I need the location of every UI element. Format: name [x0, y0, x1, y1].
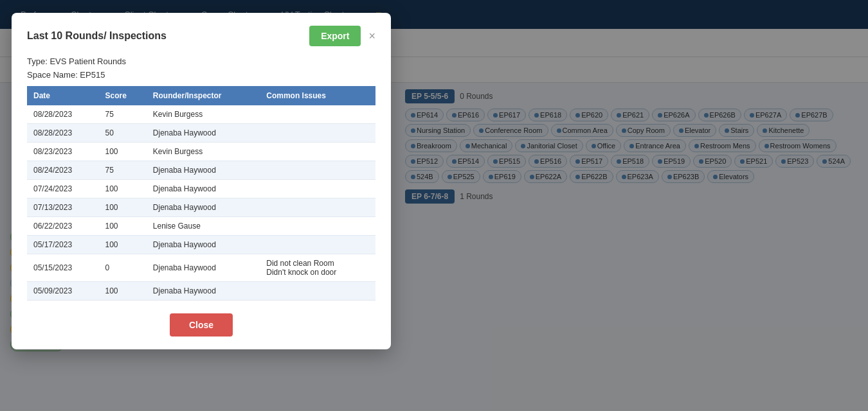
cell-issues [260, 180, 375, 198]
type-label: Type: EVS Patient Rounds [27, 57, 375, 66]
modal-footer: Close [27, 313, 375, 337]
cell-date: 06/22/2023 [27, 217, 99, 236]
cell-date: 08/24/2023 [27, 161, 99, 180]
cell-date: 08/23/2023 [27, 143, 99, 161]
rounds-table: Date Score Rounder/Inspector Common Issu… [27, 86, 375, 301]
cell-issues [260, 143, 375, 161]
cell-date: 08/28/2023 [27, 105, 99, 124]
cell-date: 05/17/2023 [27, 236, 99, 254]
rounds-inspection-modal: Last 10 Rounds/ Inspections Export × Typ… [12, 13, 391, 349]
cell-issues: Did not clean RoomDidn't knock on door [260, 254, 375, 282]
cell-issues [260, 236, 375, 254]
close-x-button[interactable]: × [368, 30, 375, 42]
col-inspector: Rounder/Inspector [147, 86, 260, 105]
cell-score: 75 [99, 161, 147, 180]
cell-inspector: Djenaba Haywood [147, 198, 260, 217]
cell-score: 100 [99, 282, 147, 301]
cell-score: 0 [99, 254, 147, 282]
modal-header: Last 10 Rounds/ Inspections Export × [27, 26, 375, 46]
cell-score: 100 [99, 236, 147, 254]
cell-score: 100 [99, 143, 147, 161]
cell-inspector: Djenaba Haywood [147, 254, 260, 282]
table-row: 07/13/2023 100 Djenaba Haywood [27, 198, 375, 217]
table-row: 05/15/2023 0 Djenaba Haywood Did not cle… [27, 254, 375, 282]
cell-date: 08/28/2023 [27, 124, 99, 143]
cell-issues [260, 105, 375, 124]
table-row: 08/28/2023 75 Kevin Burgess [27, 105, 375, 124]
col-date: Date [27, 86, 99, 105]
close-button[interactable]: Close [170, 313, 233, 337]
cell-inspector: Djenaba Haywood [147, 180, 260, 198]
cell-inspector: Djenaba Haywood [147, 161, 260, 180]
table-row: 08/28/2023 50 Djenaba Haywood [27, 124, 375, 143]
cell-issues [260, 198, 375, 217]
table-header-row: Date Score Rounder/Inspector Common Issu… [27, 86, 375, 105]
cell-inspector: Lenise Gause [147, 217, 260, 236]
table-row: 05/09/2023 100 Djenaba Haywood [27, 282, 375, 301]
cell-issues [260, 217, 375, 236]
cell-inspector: Djenaba Haywood [147, 282, 260, 301]
col-score: Score [99, 86, 147, 105]
cell-issues [260, 282, 375, 301]
cell-date: 07/13/2023 [27, 198, 99, 217]
cell-score: 75 [99, 105, 147, 124]
cell-score: 50 [99, 124, 147, 143]
cell-date: 05/09/2023 [27, 282, 99, 301]
cell-inspector: Djenaba Haywood [147, 236, 260, 254]
table-row: 07/24/2023 100 Djenaba Haywood [27, 180, 375, 198]
cell-issues [260, 161, 375, 180]
cell-date: 07/24/2023 [27, 180, 99, 198]
cell-score: 100 [99, 198, 147, 217]
modal-title: Last 10 Rounds/ Inspections [27, 30, 167, 42]
cell-inspector: Kevin Burgess [147, 105, 260, 124]
col-issues: Common Issues [260, 86, 375, 105]
cell-issues [260, 124, 375, 143]
cell-score: 100 [99, 180, 147, 198]
space-label: Space Name: EP515 [27, 70, 375, 80]
cell-inspector: Kevin Burgess [147, 143, 260, 161]
table-row: 06/22/2023 100 Lenise Gause [27, 217, 375, 236]
table-row: 08/24/2023 75 Djenaba Haywood [27, 161, 375, 180]
export-button[interactable]: Export [309, 26, 361, 46]
cell-score: 100 [99, 217, 147, 236]
table-row: 05/17/2023 100 Djenaba Haywood [27, 236, 375, 254]
cell-date: 05/15/2023 [27, 254, 99, 282]
cell-inspector: Djenaba Haywood [147, 124, 260, 143]
table-row: 08/23/2023 100 Kevin Burgess [27, 143, 375, 161]
